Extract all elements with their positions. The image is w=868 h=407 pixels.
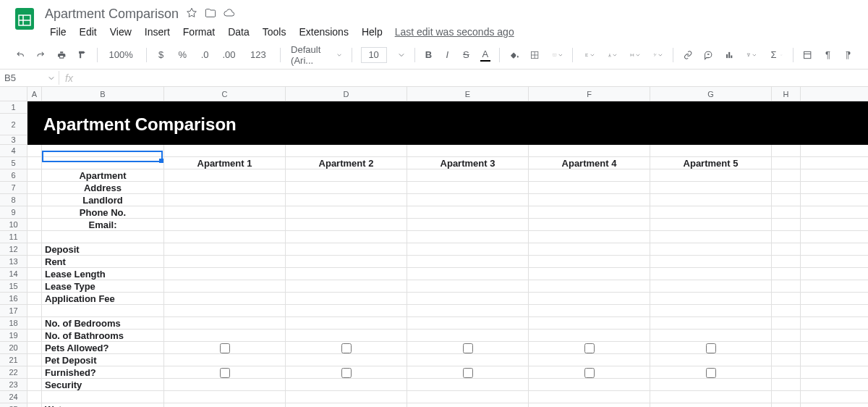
cell-E5[interactable]: Apartment 3 [407,157,529,169]
rotate-button[interactable] [647,46,667,64]
cell-F6[interactable] [529,169,650,182]
cell-H25[interactable] [772,403,801,407]
cell-C14[interactable] [164,268,286,280]
cell-E14[interactable] [407,268,529,280]
col-header-g[interactable]: G [650,87,772,101]
cell-C17[interactable] [164,305,286,317]
row-header-14[interactable]: 14 [0,268,27,280]
cell-H12[interactable] [772,243,801,256]
cell-E21[interactable] [407,354,529,366]
row-header-20[interactable]: 20 [0,342,27,354]
cell-C9[interactable] [164,206,286,219]
cell-H3[interactable] [772,135,801,145]
cell-C16[interactable] [164,293,286,305]
cell-C6[interactable] [164,169,286,182]
comment-button[interactable] [699,46,717,64]
cell-B19[interactable]: No. of Bathrooms [42,330,164,342]
cell-G25[interactable] [650,403,772,407]
cell-C13[interactable] [164,256,286,268]
cell-A11[interactable] [27,231,42,243]
cell-B9[interactable]: Phone No. [42,206,164,219]
cell-B7[interactable]: Address [42,182,164,194]
cell-H15[interactable] [772,280,801,293]
font-size-dropdown[interactable] [393,46,409,64]
cell-B13[interactable]: Rent [42,256,164,268]
cell-B17[interactable] [42,305,164,317]
number-format-button[interactable]: 123 [244,46,275,64]
cell-A20[interactable] [27,342,42,354]
link-button[interactable] [679,46,697,64]
cell-A21[interactable] [27,354,42,366]
cell-A8[interactable] [27,194,42,206]
cell-F17[interactable] [529,305,650,317]
cell-B8[interactable]: Landlord [42,194,164,206]
cell-D14[interactable] [286,268,407,280]
row-header-12[interactable]: 12 [0,243,27,256]
cell-G18[interactable] [650,317,772,330]
cell-A2[interactable] [27,114,42,135]
cell-C15[interactable] [164,280,286,293]
cell-A24[interactable] [27,391,42,403]
cell-D6[interactable] [286,169,407,182]
percent-button[interactable]: % [173,46,192,64]
row-header-22[interactable]: 22 [0,366,27,379]
menu-view[interactable]: View [105,25,137,39]
select-all-cell[interactable] [0,87,27,101]
cell-E16[interactable] [407,293,529,305]
cell-F8[interactable] [529,194,650,206]
cell-D15[interactable] [286,280,407,293]
cell-A13[interactable] [27,256,42,268]
cell-F20[interactable] [529,342,650,354]
cell-G6[interactable] [650,169,772,182]
cell-B23[interactable]: Security [42,379,164,391]
cell-D1[interactable] [286,101,407,114]
cell-D10[interactable] [286,219,407,231]
cell-H13[interactable] [772,256,801,268]
cell-H17[interactable] [772,305,801,317]
row-header-2[interactable]: 2 [0,114,27,135]
cell-H8[interactable] [772,194,801,206]
cell-C8[interactable] [164,194,286,206]
cell-H19[interactable] [772,330,801,342]
paragraph-rtl-icon[interactable]: ¶ [839,46,856,64]
cell-D5[interactable]: Apartment 2 [286,157,407,169]
cell-F1[interactable] [529,101,650,114]
cell-C7[interactable] [164,182,286,194]
last-edit-link[interactable]: Last edit was seconds ago [395,26,514,38]
cell-E25[interactable] [407,403,529,407]
cell-C23[interactable] [164,379,286,391]
cell-H21[interactable] [772,354,801,366]
cell-C21[interactable] [164,354,286,366]
cell-D25[interactable] [286,403,407,407]
menu-tools[interactable]: Tools [258,25,292,39]
cell-F22[interactable] [529,366,650,379]
row-header-6[interactable]: 6 [0,169,27,182]
cell-G14[interactable] [650,268,772,280]
checkbox-F20[interactable] [584,343,595,353]
cell-B5[interactable] [42,157,164,169]
cell-C19[interactable] [164,330,286,342]
decrease-decimal-button[interactable]: .0 [195,46,215,64]
checkbox-G22[interactable] [706,368,716,378]
cell-E3[interactable] [407,135,529,145]
cell-H14[interactable] [772,268,801,280]
cell-A16[interactable] [27,293,42,305]
row-header-1[interactable]: 1 [0,101,27,114]
cell-F5[interactable]: Apartment 4 [529,157,650,169]
cell-D3[interactable] [286,135,407,145]
checkbox-C20[interactable] [220,343,230,353]
cell-E19[interactable] [407,330,529,342]
cloud-icon[interactable] [224,7,235,21]
increase-decimal-button[interactable]: .00 [217,46,240,64]
redo-button[interactable] [32,46,49,64]
cell-E23[interactable] [407,379,529,391]
cell-G15[interactable] [650,280,772,293]
cell-D22[interactable] [286,366,407,379]
cell-C20[interactable] [164,342,286,354]
cell-G17[interactable] [650,305,772,317]
strike-button[interactable]: S [458,46,474,64]
row-header-3[interactable]: 3 [0,135,27,145]
name-box[interactable]: B5 [0,71,59,85]
cell-G9[interactable] [650,206,772,219]
font-select[interactable]: Default (Ari... [286,46,346,64]
